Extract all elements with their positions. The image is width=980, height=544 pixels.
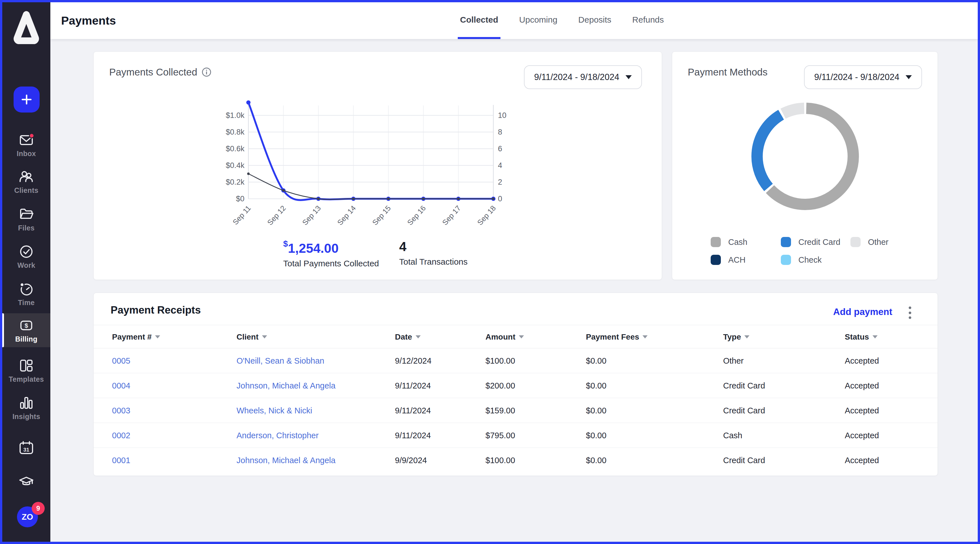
fees-cell: $0.00 — [586, 423, 606, 448]
payments-collected-title: Payments Collected — [109, 67, 212, 78]
folder-icon — [18, 206, 34, 222]
column-header-amount[interactable]: Amount — [485, 325, 524, 349]
payment-number-link[interactable]: 0005 — [112, 348, 130, 373]
client-link[interactable]: O'Neill, Sean & Siobhan — [237, 348, 324, 373]
legend-label: ACH — [728, 255, 746, 265]
svg-text:$0.4k: $0.4k — [226, 161, 245, 170]
payment-receipts-title: Payment Receipts — [111, 304, 201, 316]
sidebar-item-files[interactable]: Files — [2, 203, 50, 236]
sidebar-item-inbox[interactable]: Inbox — [2, 127, 50, 162]
create-new-button[interactable] — [14, 87, 40, 113]
sidebar-item-templates[interactable]: Templates — [2, 354, 50, 387]
legend-swatch — [711, 255, 721, 265]
chevron-down-icon — [905, 75, 912, 79]
fees-cell: $0.00 — [586, 448, 606, 473]
info-icon[interactable] — [202, 67, 212, 77]
svg-text:8: 8 — [498, 128, 502, 136]
app-logo[interactable] — [11, 10, 41, 44]
client-link[interactable]: Johnson, Michael & Angela — [237, 448, 336, 473]
sort-icon — [262, 335, 267, 338]
tab-deposits[interactable]: Deposits — [576, 2, 614, 39]
payment-methods-card: Payment Methods 9/11/2024 - 9/18/2024 Ca… — [672, 51, 938, 280]
sidebar-item-label: Billing — [15, 335, 37, 343]
sort-icon — [519, 335, 524, 338]
payment-number-link[interactable]: 0002 — [112, 423, 130, 448]
column-header-payment-number[interactable]: Payment # — [112, 325, 160, 349]
user-avatar[interactable]: ZO 9 — [17, 506, 38, 527]
payment-number-link[interactable]: 0004 — [112, 373, 130, 398]
sidebar-item-label: Time — [18, 298, 35, 307]
sidebar-item-label: Insights — [13, 412, 40, 421]
sidebar-item-billing[interactable]: $ Billing — [2, 313, 50, 347]
legend-swatch — [850, 237, 861, 247]
svg-text:$0.2k: $0.2k — [226, 178, 245, 186]
legend-item-credit-card: Credit Card — [781, 237, 840, 247]
date-range-dropdown[interactable]: 9/11/2024 - 9/18/2024 — [804, 65, 922, 89]
envelope-icon — [18, 132, 34, 148]
date-range-dropdown[interactable]: 9/11/2024 - 9/18/2024 — [524, 65, 642, 89]
column-header-type[interactable]: Type — [723, 325, 749, 349]
more-options-icon[interactable] — [904, 306, 915, 319]
legend-swatch — [711, 237, 721, 247]
payments-line-chart: $1.0k10$0.8k8$0.6k6$0.4k4$0.2k2$00Sep 11… — [211, 94, 522, 241]
column-header-client[interactable]: Client — [237, 325, 267, 349]
notification-badge: 9 — [32, 502, 45, 515]
page-title: Payments — [61, 2, 116, 39]
sidebar-item-insights[interactable]: Insights — [2, 391, 50, 424]
date-cell: 9/11/2024 — [395, 423, 431, 448]
column-header-status[interactable]: Status — [845, 325, 878, 349]
app-root: Inbox Clients Files — [2, 2, 978, 542]
calendar-icon[interactable]: 31 — [18, 440, 34, 456]
client-link[interactable]: Anderson, Christopher — [237, 423, 318, 448]
add-payment-button[interactable]: Add payment — [833, 306, 892, 317]
amount-cell: $200.00 — [485, 373, 515, 398]
svg-text:Sep 12: Sep 12 — [266, 204, 288, 227]
status-cell: Accepted — [845, 423, 879, 448]
tab-refunds[interactable]: Refunds — [630, 2, 666, 39]
chevron-down-icon — [625, 75, 632, 79]
type-cell: Cash — [723, 423, 742, 448]
sidebar-item-label: Files — [18, 224, 35, 232]
legend-item-ach: ACH — [711, 255, 746, 265]
sidebar-item-label: Work — [17, 261, 35, 270]
date-range-value: 9/11/2024 - 9/18/2024 — [534, 72, 619, 82]
status-cell: Accepted — [845, 348, 879, 373]
fees-cell: $0.00 — [586, 398, 606, 423]
svg-text:$0.8k: $0.8k — [226, 128, 245, 136]
svg-text:Sep 11: Sep 11 — [231, 204, 252, 227]
svg-text:Sep 13: Sep 13 — [301, 204, 322, 227]
sidebar-item-time[interactable]: Time — [2, 277, 50, 311]
date-range-value: 9/11/2024 - 9/18/2024 — [814, 72, 899, 82]
payment-number-link[interactable]: 0003 — [112, 398, 130, 423]
payment-number-link[interactable]: 0001 — [112, 448, 130, 473]
status-cell: Accepted — [845, 448, 879, 473]
tab-collected[interactable]: Collected — [458, 2, 501, 39]
column-header-payment-fees[interactable]: Payment Fees — [586, 325, 648, 349]
graduation-cap-icon[interactable] — [18, 474, 34, 490]
currency-symbol: $ — [283, 239, 288, 248]
client-link[interactable]: Wheels, Nick & Nicki — [237, 398, 312, 423]
sidebar-item-label: Clients — [14, 186, 38, 195]
table-row: 0005 O'Neill, Sean & Siobhan 9/12/2024 $… — [94, 348, 937, 373]
total-transactions-label: Total Transactions — [399, 257, 468, 266]
layout-icon — [18, 358, 34, 374]
payments-collected-card: Payments Collected 9/11/2024 - 9/18/2024… — [93, 51, 662, 280]
people-icon — [18, 169, 34, 185]
svg-text:Sep 16: Sep 16 — [406, 204, 428, 227]
total-amount-value: 1,254.00 — [288, 241, 339, 255]
svg-text:6: 6 — [498, 144, 502, 153]
legend-swatch — [781, 237, 791, 247]
svg-text:4: 4 — [498, 161, 502, 170]
type-cell: Other — [723, 348, 744, 373]
type-cell: Credit Card — [723, 448, 765, 473]
tab-upcoming[interactable]: Upcoming — [517, 2, 560, 39]
svg-text:$: $ — [25, 322, 28, 329]
svg-text:2: 2 — [498, 178, 502, 186]
sidebar-item-work[interactable]: Work — [2, 240, 50, 273]
table-row: 0004 Johnson, Michael & Angela 9/11/2024… — [94, 373, 937, 398]
sidebar-item-clients[interactable]: Clients — [2, 164, 50, 199]
legend-label: Check — [799, 255, 822, 265]
client-link[interactable]: Johnson, Michael & Angela — [237, 373, 336, 398]
column-header-date[interactable]: Date — [395, 325, 421, 349]
status-cell: Accepted — [845, 398, 879, 423]
